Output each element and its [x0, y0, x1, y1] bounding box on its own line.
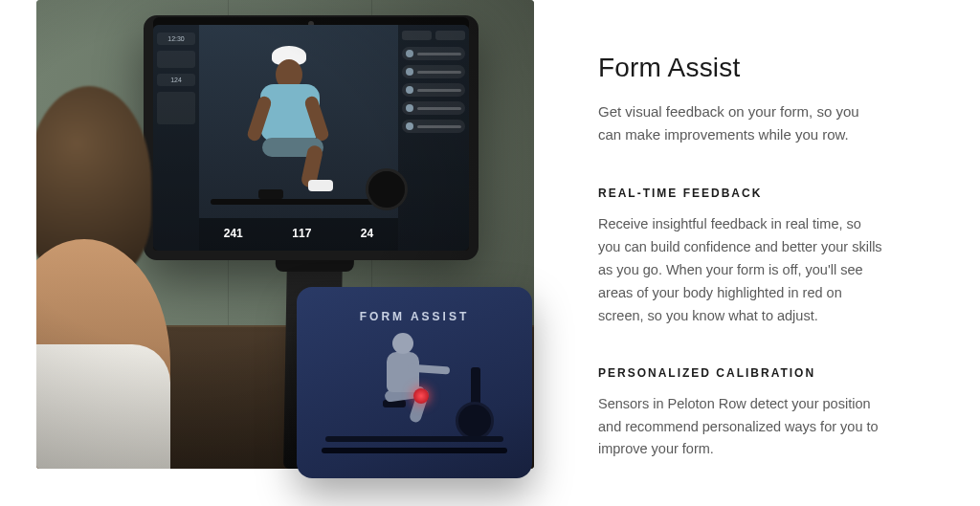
inset-title: FORM ASSIST	[360, 310, 470, 323]
lead-paragraph: Get visual feedback on your form, so you…	[598, 100, 885, 146]
section-kicker: PERSONALIZED CALIBRATION	[598, 366, 932, 380]
text-column: Form Assist Get visual feedback on your …	[560, 0, 980, 506]
section-body: Receive insightful feedback in real time…	[598, 213, 885, 328]
highlight-knee-icon	[413, 388, 429, 404]
flywheel-icon	[456, 402, 494, 440]
section-body: Sensors in Peloton Row detect your posit…	[598, 393, 885, 462]
media-column: 12:30 124	[0, 0, 560, 506]
rower-figure	[366, 333, 452, 438]
form-assist-diagram	[312, 331, 517, 467]
form-assist-card: FORM ASSIST	[297, 287, 532, 478]
page-title: Form Assist	[598, 53, 932, 83]
section-kicker: REAL-TIME FEEDBACK	[598, 187, 932, 200]
